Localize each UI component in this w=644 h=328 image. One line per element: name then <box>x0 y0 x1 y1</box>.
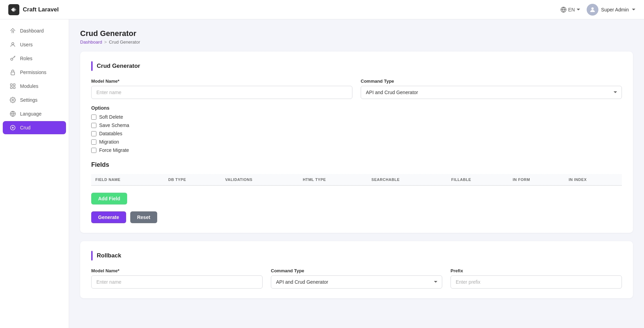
fields-title: Fields <box>91 161 622 168</box>
modules-icon <box>10 83 16 89</box>
option-save-schema-label: Save Schema <box>99 122 129 128</box>
rollback-card: Rollback Model Name* Command Type API an… <box>80 241 633 298</box>
svg-rect-8 <box>10 87 12 89</box>
sidebar-item-settings[interactable]: Settings <box>3 93 66 107</box>
col-validations: VALIDATIONS <box>221 174 299 185</box>
option-datatables-label: Datatables <box>99 131 122 136</box>
option-datatables[interactable]: Datatables <box>91 131 622 136</box>
option-force-migrate[interactable]: Force Migrate <box>91 147 622 153</box>
sidebar-item-crud[interactable]: Crud <box>3 121 66 134</box>
svg-point-10 <box>12 99 14 101</box>
command-type-label: Command Type <box>361 79 622 84</box>
col-in-index: IN INDEX <box>565 174 622 185</box>
sidebar-label-users: Users <box>20 42 33 47</box>
option-migration[interactable]: Migration <box>91 139 622 145</box>
option-soft-delete-label: Soft Delete <box>99 114 123 120</box>
rollback-command-select[interactable]: API and Crud Generator <box>271 275 442 289</box>
sidebar-item-roles[interactable]: Roles <box>3 52 66 65</box>
app-name: Craft Laravel <box>23 6 59 13</box>
rollback-form-row: Model Name* Command Type API and Crud Ge… <box>91 268 622 289</box>
model-name-input[interactable] <box>91 86 352 99</box>
home-icon <box>10 28 16 34</box>
breadcrumb-separator: > <box>104 39 107 45</box>
col-db-type: DB TYPE <box>164 174 221 185</box>
user-avatar <box>587 4 598 16</box>
reset-button[interactable]: Reset <box>130 211 157 223</box>
model-command-row: Model Name* Command Type API and Crud Ge… <box>91 79 622 99</box>
rollback-prefix-group: Prefix <box>451 268 622 289</box>
checkbox-datatables[interactable] <box>91 131 96 136</box>
sidebar: Dashboard Users Roles Permissions Module… <box>0 19 69 328</box>
sidebar-item-modules[interactable]: Modules <box>3 80 66 93</box>
checkbox-migration[interactable] <box>91 139 96 145</box>
sidebar-label-modules: Modules <box>20 83 38 89</box>
command-type-select[interactable]: API and Crud Generator Crud Generator AP… <box>361 86 622 99</box>
rollback-card-accent <box>91 251 93 261</box>
col-in-form: IN FORM <box>509 174 565 185</box>
breadcrumb-current: Crud Generator <box>109 39 140 45</box>
sidebar-item-users[interactable]: Users <box>3 38 66 51</box>
rollback-model-input[interactable] <box>91 275 263 289</box>
card-title: Crud Generator <box>97 63 140 70</box>
fields-table-head: FIELD NAME DB TYPE VALIDATIONS HTML TYPE… <box>91 174 622 185</box>
layout: Dashboard Users Roles Permissions Module… <box>0 19 644 328</box>
rollback-card-title: Rollback <box>97 252 121 259</box>
sidebar-label-language: Language <box>20 111 41 117</box>
rollback-command-label: Command Type <box>271 268 442 273</box>
sidebar-label-dashboard: Dashboard <box>20 28 44 34</box>
checkbox-save-schema[interactable] <box>91 123 96 128</box>
main-content: Crud Generator Dashboard > Crud Generato… <box>69 19 644 328</box>
topnav: Craft Laravel EN Super Admin <box>0 0 644 19</box>
svg-point-3 <box>12 43 14 45</box>
user-icon <box>10 42 16 48</box>
generate-button[interactable]: Generate <box>91 211 126 223</box>
lang-label: EN <box>568 7 575 12</box>
col-searchable: SEARCHABLE <box>367 174 447 185</box>
rollback-prefix-input[interactable] <box>451 275 622 289</box>
rollback-card-title-bar: Rollback <box>91 251 622 261</box>
page-header: Crud Generator Dashboard > Crud Generato… <box>80 29 633 45</box>
sidebar-label-permissions: Permissions <box>20 70 46 75</box>
options-label: Options <box>91 105 622 111</box>
col-field-name: FIELD NAME <box>91 174 164 185</box>
svg-point-4 <box>11 58 13 60</box>
topnav-right: EN Super Admin <box>560 4 636 16</box>
rollback-prefix-label: Prefix <box>451 268 622 273</box>
fields-table-header-row: FIELD NAME DB TYPE VALIDATIONS HTML TYPE… <box>91 174 622 185</box>
sidebar-item-language[interactable]: Language <box>3 107 66 120</box>
app-logo[interactable]: Craft Laravel <box>8 4 59 15</box>
add-field-button[interactable]: Add Field <box>91 193 127 204</box>
options-section: Options Soft Delete Save Schema Datatabl… <box>91 105 622 153</box>
sidebar-item-dashboard[interactable]: Dashboard <box>3 24 66 37</box>
craft-icon <box>8 4 19 15</box>
gear-icon <box>10 97 16 103</box>
card-accent <box>91 61 93 71</box>
svg-rect-6 <box>10 84 12 85</box>
rollback-command-group: Command Type API and Crud Generator <box>271 268 442 289</box>
checkbox-soft-delete[interactable] <box>91 115 96 120</box>
option-soft-delete[interactable]: Soft Delete <box>91 114 622 120</box>
checkbox-force-migrate[interactable] <box>91 148 96 153</box>
fields-table: FIELD NAME DB TYPE VALIDATIONS HTML TYPE… <box>91 174 622 186</box>
svg-rect-5 <box>11 72 15 75</box>
sidebar-label-roles: Roles <box>20 56 32 61</box>
language-button[interactable]: EN <box>560 7 580 13</box>
breadcrumb: Dashboard > Crud Generator <box>80 39 633 45</box>
command-type-group: Command Type API and Crud Generator Crud… <box>361 79 622 99</box>
model-name-group: Model Name* <box>91 79 352 99</box>
model-name-label: Model Name* <box>91 79 352 84</box>
crud-generator-card: Crud Generator Model Name* Command Type … <box>80 52 633 233</box>
crud-icon <box>10 125 16 131</box>
option-save-schema[interactable]: Save Schema <box>91 122 622 128</box>
user-menu-button[interactable]: Super Admin <box>587 4 636 16</box>
fields-section: Fields FIELD NAME DB TYPE VALIDATIONS HT… <box>91 161 622 223</box>
sidebar-item-permissions[interactable]: Permissions <box>3 66 66 79</box>
key-icon <box>10 55 16 62</box>
checkbox-group: Soft Delete Save Schema Datatables Migra… <box>91 114 622 153</box>
user-avatar-icon <box>589 6 596 13</box>
breadcrumb-home[interactable]: Dashboard <box>80 39 102 45</box>
sidebar-label-settings: Settings <box>20 97 38 103</box>
chevron-down-icon <box>632 8 636 12</box>
svg-rect-7 <box>13 84 15 85</box>
option-migration-label: Migration <box>99 139 119 145</box>
